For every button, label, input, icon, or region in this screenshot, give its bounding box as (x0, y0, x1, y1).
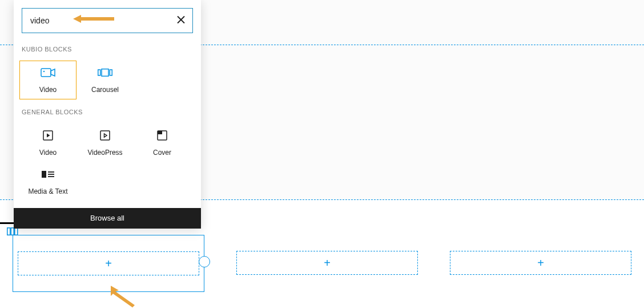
media-text-icon (42, 168, 54, 181)
svg-rect-0 (7, 228, 10, 235)
svg-rect-9 (100, 131, 110, 140)
columns-block-icon[interactable] (7, 227, 18, 235)
svg-rect-7 (110, 70, 112, 75)
svg-point-4 (43, 71, 45, 72)
general-blocks-grid: Video VideoPress Cover Media & Text (14, 123, 201, 208)
browse-all-button[interactable]: Browse all (14, 208, 201, 229)
video-play-icon (43, 129, 53, 142)
column-3[interactable]: + (450, 251, 631, 292)
search-input[interactable] (22, 8, 193, 33)
block-label: Video (39, 86, 57, 94)
column-2[interactable]: + (236, 251, 418, 292)
svg-rect-5 (98, 70, 100, 75)
block-kubio-video[interactable]: Video (19, 61, 77, 99)
close-icon (177, 16, 185, 24)
video-icon (41, 66, 55, 79)
block-cover[interactable]: Cover (134, 123, 191, 162)
block-video[interactable]: Video (19, 123, 77, 162)
block-media-text[interactable]: Media & Text (19, 162, 77, 201)
section-header-kubio: KUBIO BLOCKS (14, 43, 201, 61)
carousel-icon (98, 66, 112, 79)
svg-rect-12 (42, 171, 46, 178)
add-block-zone-3[interactable]: + (450, 251, 631, 275)
block-inserter-panel: KUBIO BLOCKS Video Carousel GENERAL BLOC… (14, 0, 201, 229)
svg-rect-11 (158, 131, 162, 134)
column-1-selected[interactable]: + (13, 235, 204, 292)
add-block-zone-2[interactable]: + (236, 251, 418, 275)
svg-rect-2 (15, 228, 18, 235)
column-append-handle[interactable] (199, 256, 210, 267)
block-label: VideoPress (87, 149, 122, 157)
plus-icon: + (105, 257, 112, 270)
svg-rect-3 (41, 69, 51, 77)
columns-row: + + + (0, 251, 644, 292)
block-label: Media & Text (28, 187, 67, 195)
block-label: Video (39, 149, 57, 157)
section-header-general: GENERAL BLOCKS (14, 106, 201, 123)
search-wrap (22, 8, 193, 33)
svg-rect-1 (11, 228, 14, 235)
kubio-blocks-grid: Video Carousel (14, 61, 201, 106)
cover-icon (157, 129, 167, 142)
block-kubio-carousel[interactable]: Carousel (77, 61, 134, 99)
clear-search-button[interactable] (175, 13, 187, 29)
svg-rect-6 (102, 69, 108, 77)
plus-icon: + (324, 257, 331, 270)
block-videopress[interactable]: VideoPress (77, 123, 134, 162)
block-label: Cover (153, 149, 171, 157)
add-block-zone-1[interactable]: + (18, 251, 199, 275)
plus-icon: + (537, 257, 544, 270)
videopress-icon (100, 129, 110, 142)
block-label: Carousel (91, 86, 119, 94)
